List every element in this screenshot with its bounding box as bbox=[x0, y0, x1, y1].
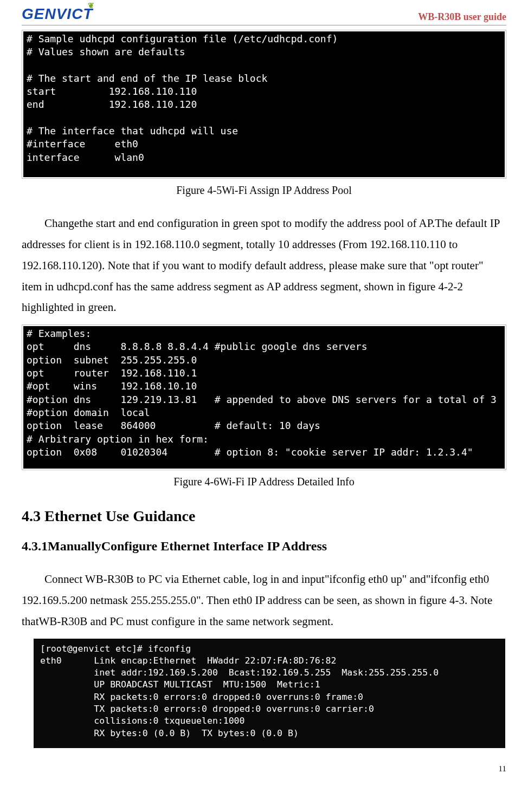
t2-l1: Examples: bbox=[38, 328, 92, 339]
t2-l2: opt dns 8.8.8.8 8.8.4.4 bbox=[27, 341, 215, 352]
t1-l2: Values shown are defaults bbox=[38, 46, 185, 57]
t3-l6: TX packets:0 errors:0 dropped:0 overruns… bbox=[40, 704, 374, 714]
t3-l2: eth0 Link encap:Ethernet HWaddr 22:D7:FA… bbox=[40, 655, 336, 666]
t2-l7: #option domain local bbox=[27, 407, 150, 418]
figure-caption-2: Figure 4-6Wi-Fi IP Address Detailed Info bbox=[22, 476, 506, 488]
t3-l3: inet addr:192.169.5.200 Bcast:192.169.5.… bbox=[40, 667, 439, 678]
terminal-screenshot-1: # Sample udhcpd configuration file (/etc… bbox=[22, 30, 506, 179]
t3-l5: RX packets:0 errors:0 dropped:0 overruns… bbox=[40, 692, 363, 702]
t2-l8: option lease 864000 # default: 10 days bbox=[27, 420, 320, 431]
t2-l3: option subnet 255.255.255.0 bbox=[27, 354, 197, 366]
paragraph-2: Connect WB-R30B to PC via Ethernet cable… bbox=[22, 569, 506, 632]
t3-l8: RX bytes:0 (0.0 B) TX bytes:0 (0.0 B) bbox=[40, 728, 299, 738]
terminal-screenshot-2: # Examples: opt dns 8.8.8.8 8.8.4.4 #pub… bbox=[22, 324, 506, 470]
subsection-heading: 4.3.1ManuallyConfigure Ethernet Interfac… bbox=[22, 539, 506, 554]
figure-caption-1: Figure 4-5Wi-Fi Assign IP Address Pool bbox=[22, 184, 506, 197]
t3-l4: UP BROADCAST MULTICAST MTU:1500 Metric:1 bbox=[40, 679, 320, 690]
t3-l1: [root@genvict etc]# ifconfig bbox=[40, 644, 191, 654]
t3-l7: collisions:0 txqueuelen:1000 bbox=[40, 716, 245, 726]
t1-l6: # The interface that udhcpd will use bbox=[27, 125, 238, 137]
t2-l2c: #public google dns servers bbox=[215, 341, 368, 352]
t2-l10: option 0x08 01020304 # option 8: "cookie… bbox=[27, 446, 473, 458]
page-header: GENVICT❦ WB-R30B user guide bbox=[22, 5, 506, 25]
para1-text: Changethe start and end configuration in… bbox=[22, 217, 500, 314]
page-number: 11 bbox=[22, 764, 506, 774]
t1-l1: Sample udhcpd configuration file (/etc/u… bbox=[38, 33, 338, 44]
t2-l6: #option dns 129.219.13.81 # appended to … bbox=[27, 394, 497, 405]
t1-l8: interface wlan0 bbox=[27, 152, 144, 163]
t1-l4: tart 192.168.110.110 bbox=[33, 86, 197, 97]
section-heading: 4.3 Ethernet Use Guidance bbox=[22, 508, 506, 525]
hash: # bbox=[27, 46, 38, 57]
terminal-1-content: # Sample udhcpd configuration file (/etc… bbox=[23, 31, 505, 177]
logo-text: GENVICT bbox=[22, 5, 93, 22]
paragraph-1: Changethe start and end configuration in… bbox=[22, 213, 506, 318]
logo-leaf-icon: ❦ bbox=[88, 1, 95, 10]
t2-l4: pt router 192.168.110.1 bbox=[33, 367, 197, 379]
hash: # bbox=[27, 33, 38, 44]
t1-l3: # The start and end of the IP lease bloc… bbox=[27, 73, 267, 84]
t1-l4-hl: s bbox=[27, 86, 33, 97]
hash: # bbox=[27, 328, 38, 339]
t2-l9: # Arbitrary option in hex form: bbox=[27, 433, 209, 445]
terminal-screenshot-3: [root@genvict etc]# ifconfig eth0 Link e… bbox=[34, 639, 505, 748]
logo: GENVICT❦ bbox=[22, 5, 93, 23]
t1-l7: #interface eth0 bbox=[27, 138, 138, 150]
t1-l5: end 192.168.110.120 bbox=[27, 99, 197, 110]
t2-l5: #opt wins 192.168.10.10 bbox=[27, 380, 197, 392]
terminal-2-content: # Examples: opt dns 8.8.8.8 8.8.4.4 #pub… bbox=[23, 326, 505, 469]
para2-text: Connect WB-R30B to PC via Ethernet cable… bbox=[22, 573, 492, 628]
guide-title: WB-R30B user guide bbox=[418, 11, 506, 23]
t2-l4-hl: o bbox=[27, 367, 33, 379]
